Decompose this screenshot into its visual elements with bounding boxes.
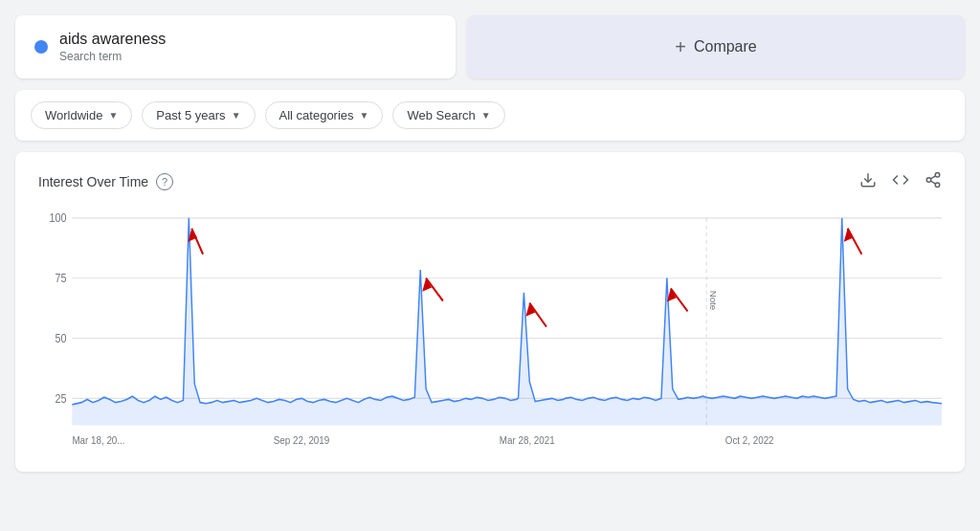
filter-time-label: Past 5 years bbox=[156, 108, 225, 122]
embed-icon[interactable] bbox=[892, 171, 909, 192]
chart-actions bbox=[859, 171, 942, 192]
search-term-label: Search term bbox=[59, 50, 166, 63]
filter-category[interactable]: All categories ▼ bbox=[265, 101, 384, 129]
chart-title-group: Interest Over Time ? bbox=[38, 173, 173, 190]
svg-text:Note: Note bbox=[708, 291, 718, 311]
svg-point-3 bbox=[935, 183, 940, 188]
search-term-name: aids awareness bbox=[59, 31, 166, 48]
compare-card[interactable]: + Compare bbox=[467, 15, 965, 78]
svg-line-5 bbox=[930, 176, 935, 179]
help-icon[interactable]: ? bbox=[156, 173, 173, 190]
compare-content: + Compare bbox=[675, 36, 757, 58]
filter-category-label: All categories bbox=[279, 108, 354, 122]
chart-area: 100 75 50 25 Note bbox=[38, 208, 942, 456]
svg-line-4 bbox=[930, 181, 935, 184]
download-icon[interactable] bbox=[859, 171, 877, 192]
svg-text:Mar 18, 20...: Mar 18, 20... bbox=[72, 435, 124, 447]
compare-label: Compare bbox=[694, 38, 757, 55]
svg-text:25: 25 bbox=[55, 392, 66, 405]
search-term-text: aids awareness Search term bbox=[59, 31, 166, 63]
chart-card: Interest Over Time ? bbox=[15, 152, 965, 472]
chevron-down-icon: ▼ bbox=[360, 110, 369, 121]
filter-region[interactable]: Worldwide ▼ bbox=[31, 101, 132, 129]
chevron-down-icon: ▼ bbox=[481, 110, 491, 121]
svg-point-2 bbox=[926, 178, 931, 183]
svg-text:50: 50 bbox=[55, 332, 66, 344]
chart-title: Interest Over Time bbox=[38, 174, 148, 189]
filter-type-label: Web Search bbox=[407, 108, 475, 122]
chart-header: Interest Over Time ? bbox=[38, 171, 942, 192]
search-term-dot bbox=[34, 40, 48, 54]
svg-marker-16 bbox=[72, 218, 942, 426]
svg-line-21 bbox=[529, 303, 546, 327]
svg-text:75: 75 bbox=[55, 273, 66, 285]
compare-plus-icon: + bbox=[675, 36, 686, 58]
svg-text:Sep 22, 2019: Sep 22, 2019 bbox=[274, 435, 330, 447]
filters-bar: Worldwide ▼ Past 5 years ▼ All categorie… bbox=[15, 90, 965, 141]
filter-region-label: Worldwide bbox=[45, 108, 102, 122]
share-icon[interactable] bbox=[924, 171, 942, 192]
svg-line-19 bbox=[426, 278, 443, 301]
filter-time[interactable]: Past 5 years ▼ bbox=[142, 101, 255, 129]
search-term-card: aids awareness Search term bbox=[15, 15, 456, 78]
filter-type[interactable]: Web Search ▼ bbox=[392, 101, 504, 129]
svg-text:100: 100 bbox=[49, 212, 66, 225]
chevron-down-icon: ▼ bbox=[108, 110, 118, 121]
svg-point-1 bbox=[935, 173, 940, 178]
svg-line-23 bbox=[671, 289, 688, 312]
chevron-down-icon: ▼ bbox=[232, 110, 241, 121]
svg-text:Mar 28, 2021: Mar 28, 2021 bbox=[500, 435, 555, 447]
svg-text:Oct 2, 2022: Oct 2, 2022 bbox=[725, 435, 774, 447]
chart-svg: 100 75 50 25 Note bbox=[38, 208, 942, 456]
